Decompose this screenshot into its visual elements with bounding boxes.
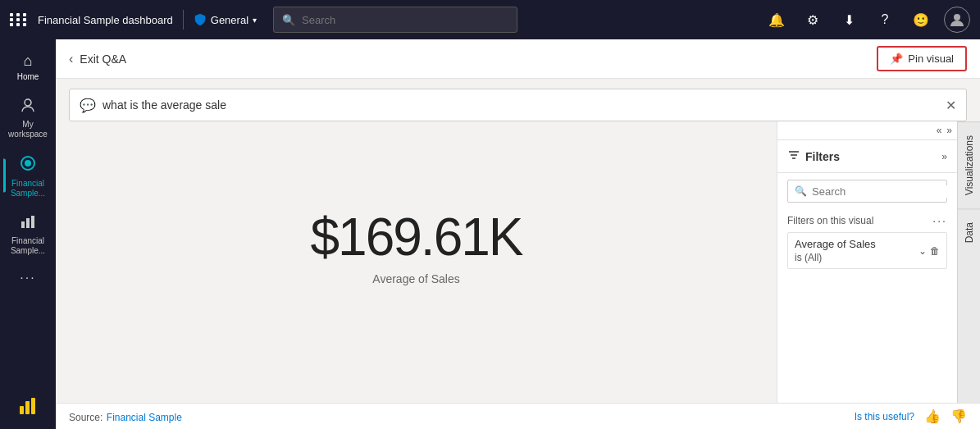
user-avatar[interactable]	[944, 7, 970, 33]
filter-item-average-sales[interactable]: Average of Sales is (All) ⌄ 🗑	[787, 232, 947, 269]
thumbs-down-icon[interactable]: 👎	[950, 408, 967, 424]
qa-input-row: 💬 ✕	[56, 79, 980, 121]
filters-section-header: Filters on this visual ···	[777, 209, 957, 232]
source-link[interactable]: Financial Sample	[107, 412, 182, 423]
apps-grid-icon	[10, 13, 28, 26]
side-tabs: Visualizations Data	[957, 121, 980, 403]
filter-item-name: Average of Sales	[795, 238, 876, 250]
collapse-left-icon[interactable]: «	[937, 125, 942, 136]
sub-toolbar: ‹ Exit Q&A 📌 Pin visual	[56, 39, 980, 79]
sidebar-item-financial-sample-dashboard[interactable]: Financial Sample...	[3, 148, 52, 203]
filters-search-input[interactable]	[812, 185, 950, 198]
qa-clear-button[interactable]: ✕	[946, 98, 956, 113]
chart-value: $169.61K	[310, 207, 522, 267]
source-prefix: Source:	[69, 412, 103, 423]
dashboard-title: Financial Sample dashboard	[38, 14, 173, 26]
filter-item-value: is (All)	[795, 252, 876, 263]
svg-rect-6	[31, 216, 34, 228]
source-bar: Source: Financial Sample Is this useful?…	[56, 403, 980, 429]
shield-icon	[194, 13, 207, 26]
main-content: ‹ Exit Q&A 📌 Pin visual 💬 ✕ $169.61K Ave…	[56, 39, 980, 429]
global-search-input[interactable]	[302, 14, 508, 26]
svg-rect-7	[20, 406, 24, 414]
sidebar: ⌂ Home My workspace Financial Sample...	[0, 39, 56, 429]
settings-icon-button[interactable]: ⚙	[800, 7, 826, 33]
useful-row: Is this useful? 👍 👎	[855, 408, 967, 424]
sidebar-home-label: Home	[17, 72, 39, 82]
help-icon-button[interactable]: ?	[872, 7, 898, 33]
qa-input-wrap: 💬 ✕	[69, 89, 967, 121]
svg-point-3	[25, 160, 31, 167]
bar-chart-icon	[20, 213, 36, 234]
filter-icon	[787, 148, 800, 164]
exit-qa-button[interactable]: ‹ Exit Q&A	[69, 52, 126, 66]
topbar: Financial Sample dashboard General ▾ 🔍 🔔…	[0, 0, 980, 39]
sidebar-financial-sample-2-label: Financial Sample...	[7, 236, 49, 256]
svg-rect-8	[25, 401, 30, 414]
svg-rect-5	[26, 218, 30, 228]
apps-grid-button[interactable]	[10, 13, 28, 26]
bell-icon: 🔔	[768, 12, 785, 28]
sidebar-item-financial-sample-report[interactable]: Financial Sample...	[3, 207, 52, 261]
source-info: Source: Financial Sample	[69, 409, 182, 424]
filters-section-label: Filters on this visual	[787, 215, 873, 226]
sidebar-item-more[interactable]: ···	[3, 264, 52, 290]
filters-header: Filters »	[777, 140, 957, 173]
power-bi-logo	[15, 393, 41, 419]
content-area: $169.61K Average of Sales « »	[56, 121, 980, 403]
useful-label: Is this useful?	[855, 411, 914, 422]
filters-title-text: Filters	[805, 150, 840, 163]
home-icon: ⌂	[24, 52, 33, 70]
filters-title-wrap: Filters	[787, 148, 840, 164]
chart-label: Average of Sales	[372, 272, 459, 285]
feedback-icon-button[interactable]: 🙂	[908, 7, 934, 33]
sidebar-bottom	[15, 393, 41, 429]
collapse-row: « »	[777, 121, 957, 140]
bell-icon-button[interactable]: 🔔	[763, 7, 790, 33]
qa-chat-icon: 💬	[80, 98, 96, 113]
sidebar-item-my-workspace[interactable]: My workspace	[3, 90, 52, 144]
qa-input[interactable]	[103, 98, 939, 112]
filters-section-more[interactable]: ···	[932, 214, 947, 227]
filter-item-actions: ⌄ 🗑	[918, 245, 940, 257]
svg-rect-9	[31, 398, 35, 414]
filter-item-content: Average of Sales is (All)	[795, 238, 876, 263]
filter-clear-icon[interactable]: 🗑	[930, 245, 940, 257]
help-icon: ?	[882, 12, 889, 27]
ellipsis-icon: ···	[20, 271, 35, 285]
general-badge[interactable]: General ▾	[194, 13, 257, 26]
back-arrow-icon: ‹	[69, 52, 73, 66]
filters-search-wrap: 🔍	[787, 180, 947, 203]
global-search-bar[interactable]: 🔍	[273, 7, 517, 33]
pin-icon: 📌	[890, 52, 903, 65]
chevron-down-icon: ▾	[253, 16, 257, 25]
filter-chevron-icon[interactable]: ⌄	[918, 245, 927, 257]
filters-panel: « » Filters » 🔍	[777, 121, 957, 403]
search-icon: 🔍	[282, 14, 295, 26]
svg-rect-4	[21, 221, 25, 228]
tab-data[interactable]: Data	[958, 208, 980, 256]
pin-visual-button[interactable]: 📌 Pin visual	[877, 46, 967, 71]
circle-icon	[19, 154, 37, 176]
exit-qa-label: Exit Q&A	[80, 52, 126, 66]
sidebar-workspace-label: My workspace	[7, 120, 49, 139]
download-icon-button[interactable]: ⬇	[836, 7, 862, 33]
tab-visualizations[interactable]: Visualizations	[958, 121, 980, 208]
sidebar-item-home[interactable]: ⌂ Home	[3, 46, 52, 87]
topbar-divider	[183, 10, 184, 30]
avatar-icon	[949, 11, 965, 28]
workspace-icon	[20, 97, 36, 117]
gear-icon: ⚙	[807, 12, 818, 28]
filters-search-icon: 🔍	[795, 185, 807, 197]
collapse-right-icon[interactable]: »	[946, 125, 952, 136]
svg-point-1	[25, 99, 31, 106]
smiley-icon: 🙂	[913, 12, 929, 28]
thumbs-up-icon[interactable]: 👍	[924, 408, 941, 424]
filters-expand-icon[interactable]: »	[941, 151, 947, 162]
download-icon: ⬇	[844, 12, 855, 28]
chart-area: $169.61K Average of Sales	[56, 121, 777, 403]
sidebar-financial-sample-1-label: Financial Sample...	[7, 179, 49, 199]
svg-point-0	[954, 14, 960, 21]
